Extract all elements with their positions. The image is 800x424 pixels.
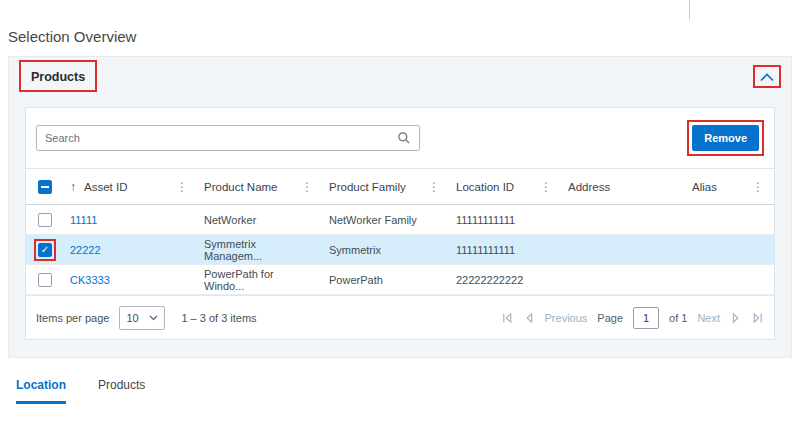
column-label: Asset ID	[84, 181, 127, 193]
pagination-bar: Items per page 10 1 – 3 of 3 items Previ…	[26, 295, 774, 339]
items-per-page-label: Items per page	[36, 312, 109, 324]
annotation-box: Products	[19, 60, 97, 92]
address-cell	[562, 205, 686, 235]
product-name-cell: NetWorker	[198, 205, 323, 235]
chevron-down-icon	[149, 315, 158, 321]
top-edge-divider	[689, 0, 690, 20]
table-row[interactable]: 11111 NetWorker NetWorker Family 1111111…	[26, 205, 774, 235]
column-header-product-name[interactable]: Product Name ⋮	[198, 169, 323, 205]
pager-controls: Previous Page of 1 Next	[501, 307, 764, 329]
row-checkbox[interactable]	[38, 213, 52, 227]
panel-header: Products	[9, 57, 791, 95]
location-id-cell: 11111111111	[450, 205, 562, 235]
location-id-cell: 22222222222	[450, 265, 562, 295]
column-header-location-id[interactable]: Location ID ⋮	[450, 169, 562, 205]
next-page-icon[interactable]	[730, 312, 742, 324]
panel-title: Products	[31, 70, 85, 84]
address-cell	[562, 265, 686, 295]
sort-ascending-icon: ↑	[70, 180, 76, 194]
annotation-box	[34, 239, 56, 261]
row-checkbox[interactable]	[38, 273, 52, 287]
page-of-label: of 1	[669, 312, 687, 324]
alias-cell	[686, 265, 774, 295]
alias-cell	[686, 205, 774, 235]
product-name-cell: PowerPath for Windo...	[198, 265, 323, 295]
column-header-product-family[interactable]: Product Family ⋮	[323, 169, 450, 205]
collapse-chevron-up-icon[interactable]	[760, 73, 774, 82]
column-label: Address	[568, 181, 610, 193]
search-box	[36, 125, 420, 151]
asset-id-link[interactable]: 22222	[70, 244, 101, 256]
tab-products[interactable]: Products	[98, 378, 145, 404]
products-table: ↑ Asset ID ⋮ Product Name ⋮ Produc	[26, 168, 774, 295]
column-label: Location ID	[456, 181, 514, 193]
datagrid-card: Remove ↑ Asset ID ⋮	[25, 107, 775, 340]
asset-id-link[interactable]: CK3333	[70, 274, 110, 286]
column-label: Alias	[692, 181, 717, 193]
remove-button[interactable]: Remove	[692, 125, 759, 151]
items-per-page-select[interactable]: 10	[119, 306, 165, 330]
column-header-alias[interactable]: Alias ⋮	[686, 169, 774, 205]
products-panel: Products Remove	[8, 56, 792, 358]
datagrid-toolbar: Remove	[26, 108, 774, 168]
column-label: Product Family	[329, 181, 406, 193]
column-header-asset-id[interactable]: ↑ Asset ID ⋮	[64, 169, 198, 205]
column-menu-icon[interactable]: ⋮	[172, 180, 192, 194]
page-label: Page	[597, 312, 623, 324]
search-input[interactable]	[37, 132, 397, 144]
page-title: Selection Overview	[8, 28, 136, 45]
previous-button[interactable]: Previous	[545, 312, 588, 324]
row-checkbox[interactable]	[38, 243, 52, 257]
previous-page-icon[interactable]	[523, 312, 535, 324]
product-family-cell: Symmetrix	[323, 235, 450, 265]
items-per-page-value: 10	[126, 312, 138, 324]
product-name-cell: Symmetrix Managem...	[198, 235, 323, 265]
search-icon	[397, 131, 419, 145]
location-id-cell: 11111111111	[450, 235, 562, 265]
product-family-cell: PowerPath	[323, 265, 450, 295]
select-all-checkbox[interactable]	[38, 180, 52, 194]
product-family-cell: NetWorker Family	[323, 205, 450, 235]
asset-id-link[interactable]: 11111	[70, 214, 97, 226]
table-row[interactable]: CK3333 PowerPath for Windo... PowerPath …	[26, 265, 774, 295]
column-menu-icon[interactable]: ⋮	[536, 180, 556, 194]
bottom-tab-bar: Location Products	[16, 378, 145, 404]
column-header-address[interactable]: Address	[562, 169, 686, 205]
last-page-icon[interactable]	[752, 312, 764, 324]
column-label: Product Name	[204, 181, 278, 193]
table-header-row: ↑ Asset ID ⋮ Product Name ⋮ Produc	[26, 169, 774, 205]
column-menu-icon[interactable]: ⋮	[424, 180, 444, 194]
first-page-icon[interactable]	[501, 312, 513, 324]
page-number-input[interactable]	[633, 307, 659, 329]
table-row[interactable]: 22222 Symmetrix Managem... Symmetrix 111…	[26, 235, 774, 265]
column-menu-icon[interactable]: ⋮	[297, 180, 317, 194]
pagination-range-text: 1 – 3 of 3 items	[181, 312, 256, 324]
tab-location[interactable]: Location	[16, 378, 66, 404]
annotation-box: Remove	[687, 120, 764, 156]
address-cell	[562, 235, 686, 265]
annotation-box	[753, 65, 781, 88]
next-button[interactable]: Next	[697, 312, 720, 324]
alias-cell	[686, 235, 774, 265]
column-menu-icon[interactable]: ⋮	[748, 180, 768, 194]
